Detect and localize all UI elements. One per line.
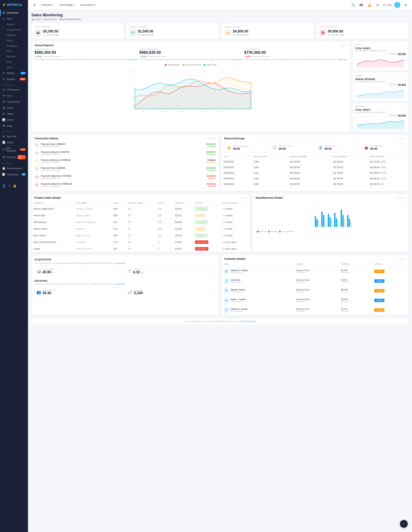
status-badge: Pending — [195, 214, 205, 217]
transaction-id: Customer ID:#480771 — [41, 177, 205, 179]
sidebar-item-dashboard[interactable]: ⊞ Dashboard — [0, 10, 28, 16]
contact-button[interactable]: Contact — [374, 289, 384, 293]
next-arrow[interactable]: › — [405, 105, 406, 108]
transaction-amount: +$180.50 — [206, 151, 216, 153]
customer-avatar: J — [224, 307, 229, 313]
action-collapse[interactable]: − — [340, 44, 341, 47]
learn-more-link[interactable]: Learn More — [115, 262, 125, 264]
message-icon[interactable]: ✉ — [375, 2, 381, 8]
refresh-icon[interactable]: ↻ — [398, 197, 400, 199]
svg-rect-43 — [343, 215, 344, 227]
cell-sales-count: 1,532 — [251, 170, 287, 176]
menu-button[interactable]: ☰ — [31, 2, 38, 8]
sidebar-item-charts[interactable]: 📊 Charts › — [0, 117, 28, 123]
sidebar-item-mailbox[interactable]: ✉ Mailbox 10+ — [0, 70, 28, 76]
sidebar-item-documentation[interactable]: 📋 Documentation — [0, 165, 28, 171]
sidebar-item-widgets[interactable]: ⊡ Widgets HOT — [0, 76, 28, 82]
sidebar-item-app-view[interactable]: ⊞ App View › — [0, 133, 28, 139]
sidebar-item-components[interactable]: ⊞ Components › — [0, 99, 28, 105]
svg-text:May: May — [342, 228, 344, 229]
technology-nav[interactable]: Technology ▾ — [58, 3, 76, 7]
bell-icon[interactable]: 🔔 — [367, 2, 373, 8]
expand-icon[interactable]: ⊡ — [401, 258, 402, 260]
sidebar-item-pages[interactable]: 📄 Pages › — [0, 139, 28, 145]
customer-location: New Jersey,US — [231, 281, 243, 283]
transaction-name: Payment from #985632 — [41, 143, 204, 145]
close-icon[interactable]: ✕ — [404, 258, 406, 260]
action-close[interactable]: ✕ — [345, 44, 347, 47]
learn-more-link[interactable]: Learn More — [115, 283, 125, 285]
expand-icon[interactable]: ⊡ — [401, 137, 402, 140]
learn-more-link[interactable]: Learn More — [337, 58, 347, 61]
sidebar-item-changelog[interactable]: 📝 Changelog 17 — [0, 171, 28, 177]
fab-button[interactable]: ↑ — [400, 520, 408, 528]
refresh-icon[interactable]: ↻ — [208, 137, 210, 140]
chevron-right-icon: › — [25, 101, 26, 103]
avatar[interactable]: J — [394, 2, 400, 8]
sales-badge: +535% — [34, 55, 43, 58]
flag-icon[interactable]: 🇺🇸 — [358, 2, 364, 8]
collapse-icon[interactable]: − — [395, 197, 396, 199]
gross-label: GROSS EARNINGS — [233, 145, 249, 147]
gross-value: $0.50 — [233, 147, 249, 150]
sidebar-item-icons[interactable]: ★ Icons › — [0, 93, 28, 99]
sidebar-item-maps[interactable]: 🗺 Maps › — [0, 123, 28, 129]
expand-icon[interactable]: ⊡ — [401, 197, 402, 199]
sidebar-item-frontend[interactable]: 🖥 Frontend Very Hot — [0, 153, 28, 161]
contact-button[interactable]: Contact — [374, 279, 384, 283]
sidebar-item-server[interactable]: Server — [4, 49, 28, 54]
collapse-icon[interactable]: − — [395, 258, 396, 260]
sidebar-bottom-icon-settings[interactable]: ⚙ — [8, 184, 11, 188]
sidebar-bottom-icon-user[interactable]: 👤 — [2, 184, 6, 188]
close-icon[interactable]: ✕ — [404, 197, 406, 199]
transaction-info: Payment from #365845 Customer ID:#956781 — [41, 167, 204, 171]
learn-more-link[interactable]: Learn More — [232, 58, 242, 61]
sidebar-item-cryptocurrency[interactable]: Cryptocurrency — [4, 27, 28, 32]
contact-button[interactable]: Contact — [374, 270, 384, 273]
ecommerce-nav[interactable]: Ecommerce ▾ — [79, 3, 98, 7]
expand-icon[interactable]: ⊡ — [242, 197, 244, 199]
transaction-name: Payment from #365845 — [41, 167, 204, 169]
mini-card-actions: ‹ › — [403, 75, 406, 77]
sidebar-bottom-icon-lock[interactable]: 🔒 — [13, 184, 17, 188]
sidebar-item-helpdesk[interactable]: Helpdesk — [4, 32, 28, 38]
contact-button[interactable]: Contact — [374, 299, 384, 302]
sidebar-item-social[interactable]: Social — [4, 65, 28, 70]
collapse-icon[interactable]: − — [398, 137, 400, 140]
sidebar-item-ecommerce[interactable]: Ecommerce — [4, 43, 28, 49]
collapse-icon[interactable]: − — [240, 197, 241, 199]
prev-arrow[interactable]: ‹ — [403, 75, 404, 77]
contact-button[interactable]: Contact — [374, 308, 384, 312]
cell-sales-count: 1,050 — [251, 159, 287, 165]
learn-more-link[interactable]: Learn More — [127, 58, 137, 61]
next-arrow[interactable]: › — [405, 44, 406, 47]
next-arrow[interactable]: › — [405, 75, 406, 77]
annual-reports-section: Annual Reports − ⊡ ✕ SALES REPORT $580,3… — [31, 42, 409, 132]
sidebar-item-education[interactable]: Education — [4, 54, 28, 59]
sidebar-item-analytics[interactable]: Analytics — [4, 22, 28, 27]
close-icon[interactable]: ✕ — [214, 137, 216, 140]
sidebar-item-ui-elements[interactable]: ◫ UI Elements › — [0, 87, 28, 93]
cell-sold: 110+ — [111, 239, 126, 246]
sidebar-item-sales[interactable]: ● Sales — [0, 16, 28, 22]
prev-arrow[interactable]: ‹ — [403, 44, 404, 47]
search-icon[interactable]: 🔍 — [350, 2, 356, 8]
sidebar-item-event[interactable]: Event — [4, 59, 28, 65]
sidebar-item-forms[interactable]: ▤ Forms › — [0, 105, 28, 111]
store-id: ID:#665923 — [296, 310, 337, 312]
close-icon[interactable]: ✕ — [404, 137, 406, 140]
refresh-icon[interactable]: ↻ — [398, 258, 400, 260]
panel-earning-value: $5,562 — [398, 53, 406, 56]
breadcrumb-current: SALES MONITORING — [59, 18, 81, 21]
features-nav[interactable]: Features ▾ — [40, 3, 55, 7]
sidebar-item-project[interactable]: Project — [4, 38, 28, 43]
expand-icon[interactable]: ⊡ — [211, 137, 213, 140]
gear-icon[interactable]: ⚙ — [402, 2, 409, 8]
close-icon[interactable]: ✕ — [245, 197, 247, 199]
action-expand[interactable]: ⊡ — [342, 44, 344, 47]
net-label: NET EARNINGS — [371, 145, 383, 147]
sidebar-item-tables[interactable]: ⊟ Tables › — [0, 111, 28, 117]
sidebar-bottom-icon-expand[interactable]: ↔ — [19, 184, 22, 188]
sidebar-item-mail-template[interactable]: ✉ Mail Template HOT — [0, 145, 28, 153]
prev-arrow[interactable]: ‹ — [403, 105, 404, 108]
